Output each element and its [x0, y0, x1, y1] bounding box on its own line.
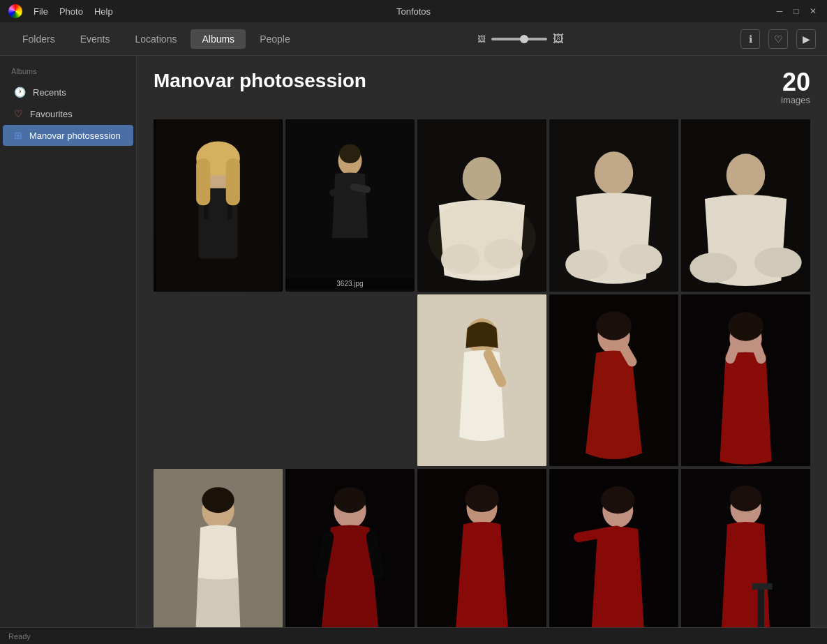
zoom-slider[interactable] — [491, 38, 547, 40]
slideshow-button[interactable]: ▶ — [796, 29, 816, 49]
photo-grid: 3623.jpg — [154, 119, 810, 627]
svg-point-24 — [690, 253, 737, 283]
svg-point-45 — [334, 488, 366, 514]
zoom-in-icon: 🖼 — [553, 33, 564, 45]
svg-point-25 — [754, 247, 802, 277]
minimize-button[interactable]: ─ — [774, 6, 785, 17]
photo-10[interactable] — [285, 469, 415, 627]
svg-point-40 — [202, 488, 234, 514]
app-title: Tonfotos — [396, 6, 431, 17]
svg-point-17 — [428, 200, 535, 276]
image-count-label: images — [781, 95, 810, 105]
svg-point-14 — [463, 157, 501, 200]
window-controls: ─ □ ✕ — [774, 6, 819, 17]
content-area: Manovar photosession 20 images — [137, 56, 827, 627]
titlebar-left: File Photo Help — [8, 4, 113, 18]
titlebar: File Photo Help Tonfotos ─ □ ✕ — [0, 0, 827, 22]
svg-rect-6 — [196, 158, 210, 205]
zoom-out-icon: 🖼 — [477, 34, 486, 44]
sidebar-item-recents[interactable]: 🕐 Recents — [3, 82, 133, 103]
sidebar-section-label: Albums — [0, 64, 136, 81]
status-text: Ready — [8, 632, 31, 641]
svg-point-19 — [595, 151, 633, 195]
album-title: Manovar photosession — [154, 70, 366, 92]
sidebar-item-favourites[interactable]: ♡ Favourites — [3, 103, 133, 124]
menu-help[interactable]: Help — [94, 6, 113, 17]
svg-point-21 — [619, 244, 662, 274]
photo-2-filename: 3623.jpg — [285, 278, 415, 289]
menu-photo[interactable]: Photo — [59, 6, 83, 17]
app-icon — [8, 4, 22, 18]
photo-5[interactable] — [681, 119, 810, 292]
nav-right-icons: ℹ ♡ ▶ — [740, 29, 816, 49]
recents-icon: 🕐 — [14, 87, 26, 98]
photo-8[interactable] — [681, 294, 810, 467]
svg-point-48 — [465, 485, 499, 512]
sidebar-item-recents-label: Recents — [33, 87, 66, 98]
content-header: Manovar photosession 20 images — [154, 70, 810, 105]
photo-2[interactable]: 3623.jpg — [285, 119, 415, 292]
navbar: Folders Events Locations Albums People 🖼… — [0, 22, 827, 56]
svg-point-32 — [596, 311, 632, 340]
photo-6[interactable] — [417, 294, 546, 467]
svg-point-23 — [727, 153, 765, 197]
svg-point-12 — [339, 144, 361, 163]
sidebar: Albums 🕐 Recents ♡ Favourites ⊞ Manovar … — [0, 56, 137, 627]
svg-point-57 — [729, 486, 761, 511]
sidebar-item-manovar-label: Manovar photosession — [29, 130, 121, 141]
favourites-icon: ♡ — [14, 108, 23, 119]
tab-locations[interactable]: Locations — [124, 29, 188, 49]
info-button[interactable]: ℹ — [740, 29, 760, 49]
svg-rect-55 — [758, 587, 764, 627]
photo-7[interactable] — [549, 294, 678, 467]
favourites-button[interactable]: ♡ — [768, 29, 788, 49]
close-button[interactable]: ✕ — [807, 6, 819, 17]
sidebar-item-manovar[interactable]: ⊞ Manovar photosession — [3, 125, 133, 146]
statusbar: Ready — [0, 627, 827, 644]
tab-albums[interactable]: Albums — [191, 29, 246, 49]
tab-events[interactable]: Events — [69, 29, 121, 49]
photo-4[interactable] — [549, 119, 678, 292]
sidebar-item-favourites-label: Favourites — [30, 109, 73, 119]
zoom-control: 🖼 🖼 — [477, 33, 564, 45]
svg-rect-7 — [226, 158, 240, 205]
nav-tabs: Folders Events Locations Albums People — [11, 29, 301, 49]
svg-point-37 — [728, 312, 763, 341]
tab-folders[interactable]: Folders — [11, 29, 66, 49]
tab-people[interactable]: People — [248, 29, 301, 49]
main-layout: Albums 🕐 Recents ♡ Favourites ⊞ Manovar … — [0, 56, 827, 627]
svg-rect-56 — [752, 583, 773, 590]
image-count: 20 images — [781, 70, 810, 105]
photo-3[interactable] — [417, 119, 546, 292]
photo-12[interactable] — [549, 469, 678, 627]
menu-bar: File Photo Help — [33, 6, 113, 17]
album-icon: ⊞ — [14, 130, 22, 141]
photo-9[interactable] — [154, 469, 283, 627]
maximize-button[interactable]: □ — [791, 6, 802, 17]
svg-point-20 — [565, 250, 609, 280]
image-count-number: 20 — [781, 70, 810, 95]
photo-1[interactable] — [154, 119, 283, 292]
menu-file[interactable]: File — [33, 6, 48, 17]
photo-11[interactable] — [417, 469, 546, 627]
svg-point-52 — [601, 486, 635, 514]
photo-13[interactable] — [681, 469, 810, 627]
